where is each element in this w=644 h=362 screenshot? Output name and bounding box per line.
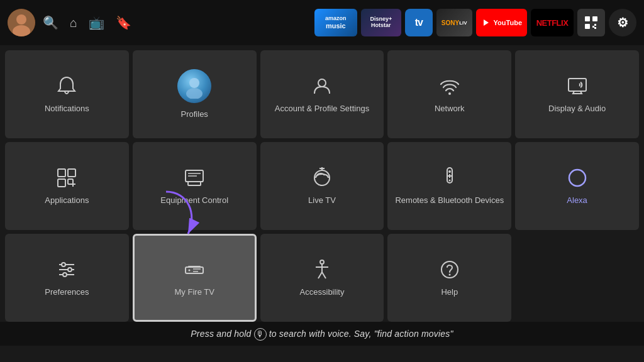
svg-point-52	[448, 273, 450, 275]
svg-line-50	[322, 272, 326, 278]
svg-point-12	[448, 92, 451, 95]
bookmark-icon[interactable]: 🔖	[116, 15, 131, 30]
amazon-music-app[interactable]: amazonmusic	[314, 9, 357, 36]
live-tv-label: Live TV	[303, 195, 341, 206]
svg-rect-4	[592, 16, 597, 21]
home-icon[interactable]: ⌂	[70, 16, 77, 30]
svg-rect-13	[569, 79, 586, 91]
settings-grid: Notifications Profiles Account & Profile…	[5, 50, 639, 322]
svg-point-10	[186, 88, 203, 99]
svg-rect-16	[58, 179, 65, 187]
svg-rect-7	[594, 27, 596, 29]
applications-item[interactable]: Applications	[5, 142, 129, 230]
profiles-avatar	[177, 69, 211, 103]
settings-content: Notifications Profiles Account & Profile…	[0, 45, 644, 322]
svg-rect-6	[594, 24, 596, 26]
svg-rect-8	[592, 26, 594, 28]
notifications-label: Notifications	[40, 104, 94, 114]
tv-app[interactable]: tv	[405, 9, 433, 36]
equipment-control-label: Equipment Control	[155, 195, 233, 206]
accessibility-label: Accessibility	[295, 287, 350, 298]
disney-hotstar-app[interactable]: Disney+Hotstar	[361, 9, 401, 36]
account-profile-label: Account & Profile Settings	[270, 104, 374, 114]
my-fire-tv-label: My Fire TV	[170, 287, 219, 298]
search-icon[interactable]: 🔍	[43, 15, 58, 30]
svg-point-37	[68, 268, 72, 272]
network-label: Network	[430, 104, 470, 114]
svg-rect-41	[186, 267, 203, 273]
remotes-bluetooth-label: Remotes & Bluetooth Devices	[390, 195, 509, 206]
svg-point-46	[320, 260, 324, 264]
my-fire-tv-item[interactable]: My Fire TV	[133, 234, 257, 322]
svg-point-39	[63, 273, 67, 277]
svg-rect-3	[585, 16, 590, 21]
network-item[interactable]: Network	[387, 50, 511, 138]
display-audio-label: Display & Audio	[543, 104, 611, 114]
hint-text: Press and hold 🎙 to search with voice. S…	[191, 329, 453, 339]
svg-rect-14	[58, 169, 65, 177]
svg-point-25	[314, 170, 330, 185]
svg-point-35	[62, 263, 65, 266]
help-item[interactable]: Help	[387, 234, 511, 322]
svg-point-32	[448, 179, 450, 181]
svg-point-11	[318, 79, 326, 87]
netflix-app[interactable]: NETFLIX	[531, 9, 574, 36]
sony-app[interactable]: SONY LIV	[436, 9, 472, 36]
notifications-item[interactable]: Notifications	[5, 50, 129, 138]
alexa-item[interactable]: Alexa	[515, 142, 639, 230]
svg-rect-15	[68, 169, 75, 177]
svg-rect-17	[68, 179, 73, 184]
tv-icon[interactable]: 📺	[89, 15, 104, 30]
alexa-label: Alexa	[562, 195, 592, 206]
svg-rect-42	[188, 266, 201, 267]
top-navigation: 🔍 ⌂ 📺 🔖 amazonmusic Disney+Hotstar tv SO…	[0, 0, 644, 45]
preferences-label: Preferences	[40, 287, 94, 298]
bottom-hint-bar: Press and hold 🎙 to search with voice. S…	[0, 322, 644, 346]
svg-rect-5	[585, 24, 590, 29]
svg-line-49	[318, 272, 322, 278]
help-label: Help	[436, 287, 463, 298]
settings-button[interactable]: ⚙	[609, 9, 636, 36]
all-apps-button[interactable]	[577, 9, 605, 36]
youtube-app[interactable]: YouTube	[476, 9, 527, 36]
svg-point-43	[189, 269, 191, 271]
svg-point-9	[189, 78, 199, 88]
live-tv-item[interactable]: Live TV	[260, 142, 384, 230]
app-shortcuts: amazonmusic Disney+Hotstar tv SONY LIV Y…	[314, 9, 636, 36]
svg-point-29	[448, 170, 451, 173]
profiles-item[interactable]: Profiles	[133, 50, 257, 138]
equipment-control-item[interactable]: Equipment Control	[133, 142, 257, 230]
accessibility-item[interactable]: Accessibility	[260, 234, 384, 322]
display-audio-item[interactable]: Display & Audio	[515, 50, 639, 138]
svg-point-1	[16, 14, 26, 25]
profiles-label: Profiles	[176, 109, 213, 120]
applications-label: Applications	[40, 195, 94, 206]
preferences-item[interactable]: Preferences	[5, 234, 129, 322]
empty-slot	[515, 234, 639, 322]
account-profile-item[interactable]: Account & Profile Settings	[260, 50, 384, 138]
remotes-bluetooth-item[interactable]: Remotes & Bluetooth Devices	[387, 142, 511, 230]
user-avatar[interactable]	[8, 9, 35, 36]
nav-icons-group: 🔍 ⌂ 📺 🔖	[43, 15, 131, 30]
svg-point-33	[569, 170, 586, 186]
